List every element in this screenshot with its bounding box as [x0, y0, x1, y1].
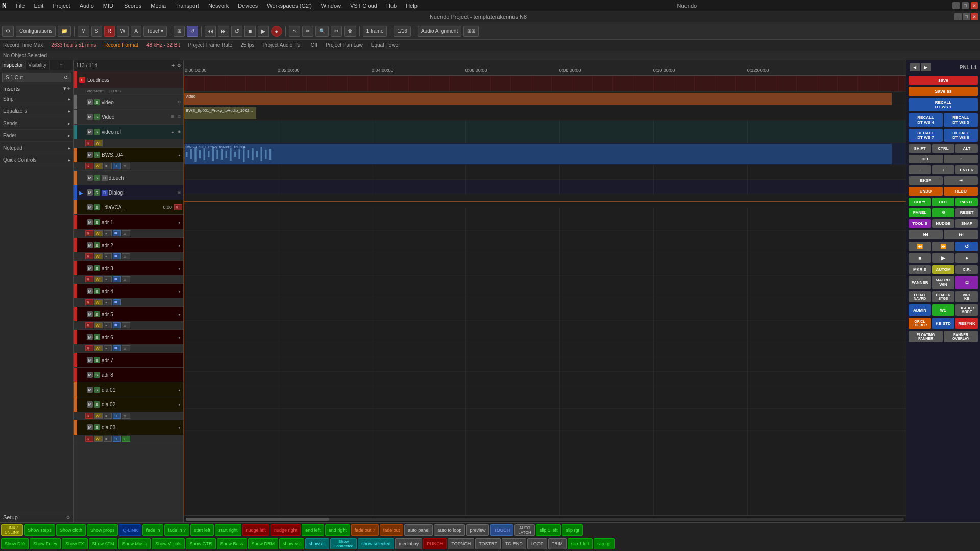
- bb-slip-rgt[interactable]: slip rgt: [562, 524, 583, 536]
- sub-extra[interactable]: ≡: [104, 413, 112, 419]
- inspector-group-strip[interactable]: Strip ▸: [0, 93, 74, 105]
- sub-extra3[interactable]: ∞: [122, 230, 130, 236]
- sub-r-btn[interactable]: R: [85, 345, 93, 351]
- bb-touch-btn[interactable]: TOUCH: [490, 524, 513, 536]
- rp-undo-btn[interactable]: UNDO: [909, 187, 943, 196]
- bb-slip-rgt2[interactable]: slip rgt: [594, 538, 615, 549]
- bb-show-bass[interactable]: Show Bass: [217, 538, 247, 549]
- track-solo-btn[interactable]: S: [94, 424, 100, 430]
- rp-ws-btn[interactable]: WS: [932, 304, 954, 316]
- rp-go-start-btn[interactable]: ⏮: [909, 230, 943, 239]
- track-mute-btn[interactable]: M: [87, 357, 93, 363]
- rp-redo-btn[interactable]: REDO: [944, 187, 978, 196]
- track-mute-btn[interactable]: M: [87, 265, 93, 271]
- bb-show-atm[interactable]: Show ATM: [89, 538, 118, 549]
- minimize-button[interactable]: ─: [952, 2, 960, 9]
- bb-start-right[interactable]: start right: [215, 524, 241, 536]
- track-mute-btn[interactable]: M: [87, 242, 93, 248]
- track-ctrl-btn[interactable]: ●: [176, 288, 182, 294]
- sub-extra2[interactable]: ⇆: [113, 345, 121, 351]
- rp-panel-btn[interactable]: PANEL: [909, 208, 931, 217]
- track-mute-btn[interactable]: M: [87, 175, 93, 181]
- bb-end-right[interactable]: end right: [325, 524, 350, 536]
- rp-arrow-left[interactable]: ◀: [910, 63, 920, 71]
- track-solo-btn[interactable]: S: [94, 401, 100, 408]
- bb-slip-left2[interactable]: slip 1 left: [568, 538, 593, 549]
- track-mute-btn[interactable]: M: [87, 372, 93, 378]
- rp-ff-btn[interactable]: ⏩: [932, 242, 954, 251]
- setup-gear-icon[interactable]: ⚙: [66, 515, 70, 520]
- track-mute-btn[interactable]: M: [87, 99, 93, 105]
- menu-devices[interactable]: Devices: [234, 2, 262, 10]
- sub-r-btn[interactable]: R: [85, 253, 93, 259]
- menu-vstcloud[interactable]: VST Cloud: [346, 2, 381, 10]
- track-ctrl-btn[interactable]: ⚙: [176, 99, 182, 105]
- rp-loop-btn[interactable]: ↺: [955, 242, 978, 251]
- sub-r-btn[interactable]: R: [85, 276, 93, 282]
- rp-autom-btn[interactable]: AUTOM: [932, 265, 954, 274]
- rp-purple-btn[interactable]: ⊡: [955, 276, 978, 289]
- rp-recall-dt-ws5[interactable]: RECALLDT WS 5: [944, 113, 978, 127]
- bb-show-drm[interactable]: Show DRM: [248, 538, 279, 549]
- inspector-group-sends[interactable]: Sends ▸: [0, 117, 74, 130]
- sub-extra3[interactable]: ∞: [122, 163, 130, 169]
- rp-panner-overlay[interactable]: PANNEROVERLAY: [944, 331, 978, 342]
- go-start-btn[interactable]: ⏮: [205, 26, 216, 37]
- track-mute-btn[interactable]: M: [87, 189, 93, 196]
- bb-fade-in[interactable]: fade in: [142, 524, 163, 536]
- alignment-btn[interactable]: Audio Alignment: [418, 26, 461, 37]
- inspector-group-equalizers[interactable]: Equalizers ▸: [0, 105, 74, 117]
- bb-show-foley[interactable]: Show Foley: [30, 538, 61, 549]
- cycle-transport-btn[interactable]: ↺: [231, 26, 242, 37]
- frame-btn[interactable]: 1 frame: [363, 26, 387, 37]
- rp-stop-btn[interactable]: ■: [909, 253, 931, 263]
- track-mute-btn[interactable]: M: [87, 129, 93, 135]
- bb-fade-in2[interactable]: fade in ?: [164, 524, 189, 536]
- sub-extra2[interactable]: ⇆: [113, 436, 121, 442]
- rp-paste-btn[interactable]: PASTE: [955, 198, 978, 206]
- menu-workspaces[interactable]: Workspaces (G2'): [263, 2, 315, 10]
- inserts-expand[interactable]: ▾: [63, 85, 66, 92]
- sub-r-btn[interactable]: R: [85, 163, 93, 169]
- bb-nudge-left[interactable]: nudge left: [242, 524, 270, 536]
- rp-recall-dt-ws4[interactable]: RECALLDT WS 4: [909, 113, 943, 127]
- track-add-btn[interactable]: +: [172, 63, 175, 68]
- sub-r-btn[interactable]: R: [85, 436, 93, 442]
- bb-show-gtr[interactable]: Show GTR: [186, 538, 215, 549]
- bb-start-left[interactable]: start left: [190, 524, 214, 536]
- inserts-add[interactable]: +: [67, 85, 70, 92]
- menu-media[interactable]: Media: [146, 2, 170, 10]
- menu-scores[interactable]: Scores: [120, 2, 145, 10]
- bb-nudge-right[interactable]: nudge right: [271, 524, 301, 536]
- sub-r-btn[interactable]: R: [85, 299, 93, 305]
- track-ctrl-btn[interactable]: ●: [176, 265, 182, 271]
- menu-transport[interactable]: Transport: [171, 2, 203, 10]
- track-solo-btn[interactable]: S: [94, 387, 100, 393]
- menu-edit[interactable]: Edit: [30, 2, 47, 10]
- tab-inspector[interactable]: Inspector: [0, 60, 26, 70]
- r-btn[interactable]: R: [104, 26, 115, 37]
- rp-virt-kb[interactable]: VIRTKB: [955, 291, 978, 302]
- bb-loop[interactable]: LOOP: [527, 538, 547, 549]
- sub-r-btn[interactable]: R: [85, 140, 93, 146]
- track-solo-btn[interactable]: S: [94, 129, 100, 135]
- sub-extra2[interactable]: ⇆: [113, 413, 121, 419]
- s-btn[interactable]: S: [91, 26, 102, 37]
- track-mute-btn[interactable]: M: [87, 152, 93, 158]
- tool5-btn[interactable]: 🗑: [344, 26, 356, 37]
- tool3-btn[interactable]: 🔍: [315, 26, 329, 37]
- win2-min[interactable]: ─: [954, 13, 962, 20]
- track-mute-btn[interactable]: M: [87, 334, 93, 340]
- touch-dropdown[interactable]: Touch ▾: [143, 26, 167, 37]
- track-mute-btn[interactable]: M: [87, 219, 93, 225]
- bb-mediabay[interactable]: mediabay: [395, 538, 422, 549]
- tool2-btn[interactable]: ✏: [302, 26, 313, 37]
- bb-tostrt[interactable]: TOSTRT: [475, 538, 501, 549]
- a-btn[interactable]: A: [131, 26, 141, 37]
- rp-bksp-btn[interactable]: BKSP: [909, 176, 943, 185]
- rp-float-navpd[interactable]: FLOATNAVPD: [909, 291, 931, 302]
- vca-r-btn[interactable]: R: [174, 204, 182, 210]
- bb-fade-out1[interactable]: fade out ?: [351, 524, 379, 536]
- timeline-scrollbar[interactable]: [184, 515, 906, 522]
- sub-extra3[interactable]: ∞: [122, 253, 130, 259]
